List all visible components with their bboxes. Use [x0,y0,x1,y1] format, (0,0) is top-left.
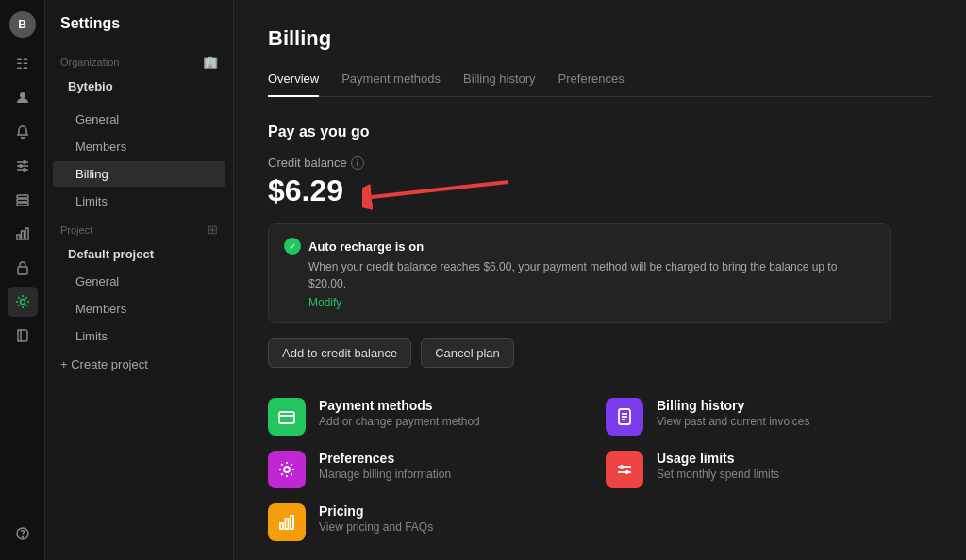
bell-icon[interactable] [8,117,38,147]
project-icon: ⊞ [208,222,218,237]
preferences-text: Preferences Manage billing information [319,451,451,481]
pricing-icon [268,503,306,541]
svg-point-4 [23,160,26,164]
preferences-icon [268,451,306,488]
book-icon[interactable] [8,321,38,351]
main-content: Billing Overview Payment methods Billing… [234,0,966,560]
tab-billing-history[interactable]: Billing history [463,66,536,97]
tab-overview[interactable]: Overview [268,66,319,97]
org-name-label [45,100,233,106]
sidebar: Settings Organization 🏢 Bytebio General … [45,0,234,560]
section-heading: Pay as you go [268,124,932,140]
billing-history-card[interactable]: Billing history View past and current in… [606,398,928,436]
svg-rect-32 [286,519,289,529]
recharge-title: Auto recharge is on [308,239,424,254]
icon-rail: B ☷ [0,0,45,560]
sidebar-item-org-general[interactable]: General [53,107,225,132]
svg-point-26 [284,467,290,472]
settings-icon[interactable] [8,287,38,317]
sidebar-project-name: Default project [53,241,225,267]
lock-icon[interactable] [8,253,38,283]
create-project-button[interactable]: + Create project [45,350,233,379]
sidebar-item-org-members[interactable]: Members [53,134,225,159]
action-buttons: Add to credit balance Cancel plan [268,338,932,368]
svg-point-17 [22,537,23,538]
preferences-card[interactable]: Preferences Manage billing information [268,451,591,488]
sidebar-item-org-name: Bytebio [53,74,225,99]
payment-methods-text: Payment methods Add or change payment me… [319,398,480,428]
billing-history-text: Billing history View past and current in… [657,398,810,428]
sidebar-item-billing[interactable]: Billing [53,161,225,187]
auto-recharge-box: ✓ Auto recharge is on When your credit b… [268,223,891,323]
svg-point-6 [23,168,26,172]
arrow-indicator [362,171,513,218]
sidebar-item-proj-members[interactable]: Members [53,296,225,321]
organization-section: Organization 🏢 [45,47,233,73]
usage-limits-text: Usage limits Set monthly spend limits [657,451,779,481]
svg-rect-12 [25,228,28,239]
user-icon[interactable] [8,83,38,113]
pricing-text: Pricing View pricing and FAQs [319,503,433,534]
usage-limits-card[interactable]: Usage limits Set monthly spend limits [606,451,928,488]
grid-icon[interactable]: ☷ [8,49,38,79]
sidebar-item-proj-limits[interactable]: Limits [53,323,225,349]
svg-point-0 [20,92,25,98]
recharge-modify-link[interactable]: Modify [308,296,874,309]
sidebar-item-org-limits[interactable]: Limits [53,189,225,214]
svg-rect-8 [17,199,28,202]
sliders-icon[interactable] [8,151,38,181]
sidebar-item-proj-general[interactable]: General [53,269,225,294]
svg-rect-13 [18,267,27,274]
svg-point-29 [620,465,624,469]
billing-history-icon [606,398,643,436]
credit-balance-label: Credit balance i [268,156,932,170]
cancel-plan-button[interactable]: Cancel plan [421,338,514,368]
chart-icon[interactable] [8,219,38,249]
project-section: Project ⊞ [45,215,233,240]
svg-rect-11 [21,231,24,239]
recharge-header: ✓ Auto recharge is on [284,238,874,255]
check-icon: ✓ [284,238,301,255]
svg-point-5 [19,164,23,168]
svg-point-14 [20,300,25,305]
help-icon[interactable] [8,519,38,549]
svg-rect-10 [17,235,20,239]
payment-methods-icon [268,398,306,436]
svg-line-19 [372,182,508,197]
layers-icon[interactable] [8,185,38,215]
billing-tabs: Overview Payment methods Billing history… [268,66,932,97]
tab-payment-methods[interactable]: Payment methods [341,66,441,97]
svg-rect-7 [17,195,28,198]
recharge-description: When your credit balance reaches $6.00, … [308,258,874,292]
usage-limits-icon [606,451,643,488]
svg-rect-20 [279,412,294,423]
credit-amount: $6.29 [268,173,343,208]
organization-icon: 🏢 [203,55,218,69]
page-title: Billing [268,26,932,51]
add-credit-button[interactable]: Add to credit balance [268,338,411,368]
payment-methods-card[interactable]: Payment methods Add or change payment me… [268,398,591,436]
cards-grid: Payment methods Add or change payment me… [268,398,928,541]
info-icon[interactable]: i [351,156,364,170]
settings-title: Settings [45,15,233,47]
svg-rect-33 [291,516,293,529]
svg-point-30 [625,470,629,474]
tab-preferences[interactable]: Preferences [558,66,625,97]
avatar[interactable]: B [9,11,36,38]
svg-rect-9 [17,203,28,206]
pricing-card[interactable]: Pricing View pricing and FAQs [268,503,591,541]
svg-rect-31 [280,523,283,529]
